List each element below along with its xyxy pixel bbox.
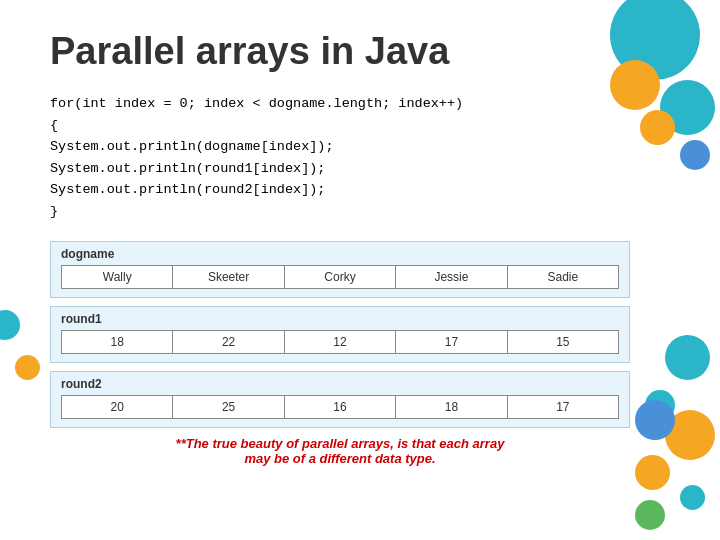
round2-cell-0: 20 [62, 396, 173, 418]
round1-cell-2: 12 [285, 331, 396, 353]
deco-circle-br-teal1 [665, 335, 710, 380]
slide-content: Parallel arrays in Java for(int index = … [0, 0, 660, 540]
dogname-cell-0: Wally [62, 266, 173, 288]
dogname-cell-4: Sadie [508, 266, 618, 288]
code-line-5: System.out.println(round2[index]); [50, 179, 630, 201]
deco-circle-blue [680, 140, 710, 170]
code-line-3: System.out.println(dogname[index]); [50, 136, 630, 158]
code-line-2: { [50, 115, 630, 137]
footnote-line1: **The true beauty of parallel arrays, is… [50, 436, 630, 451]
slide: Parallel arrays in Java for(int index = … [0, 0, 720, 540]
code-line-4: System.out.println(round1[index]); [50, 158, 630, 180]
round1-cell-1: 22 [173, 331, 284, 353]
code-line-6: } [50, 201, 630, 223]
code-line-1: for(int index = 0; index < dogname.lengt… [50, 93, 630, 115]
round1-cell-4: 15 [508, 331, 618, 353]
round1-cell-3: 17 [396, 331, 507, 353]
round1-row: 18 22 12 17 15 [61, 330, 619, 354]
footnote: **The true beauty of parallel arrays, is… [50, 436, 630, 466]
dogname-row: Wally Skeeter Corky Jessie Sadie [61, 265, 619, 289]
dogname-cell-1: Skeeter [173, 266, 284, 288]
deco-circle-br-teal3 [680, 485, 705, 510]
footnote-line2: may be of a different data type. [50, 451, 630, 466]
dogname-cell-3: Jessie [396, 266, 507, 288]
round2-cell-3: 18 [396, 396, 507, 418]
round2-cell-1: 25 [173, 396, 284, 418]
code-block: for(int index = 0; index < dogname.lengt… [50, 93, 630, 223]
dogname-label: dogname [61, 247, 619, 261]
round1-cell-0: 18 [62, 331, 173, 353]
round2-array-container: round2 20 25 16 18 17 [50, 371, 630, 428]
dogname-cell-2: Corky [285, 266, 396, 288]
round2-label: round2 [61, 377, 619, 391]
slide-title: Parallel arrays in Java [50, 30, 630, 73]
round2-cell-2: 16 [285, 396, 396, 418]
dogname-array-container: dogname Wally Skeeter Corky Jessie Sadie [50, 241, 630, 298]
round2-cell-4: 17 [508, 396, 618, 418]
round2-row: 20 25 16 18 17 [61, 395, 619, 419]
round1-array-container: round1 18 22 12 17 15 [50, 306, 630, 363]
round1-label: round1 [61, 312, 619, 326]
